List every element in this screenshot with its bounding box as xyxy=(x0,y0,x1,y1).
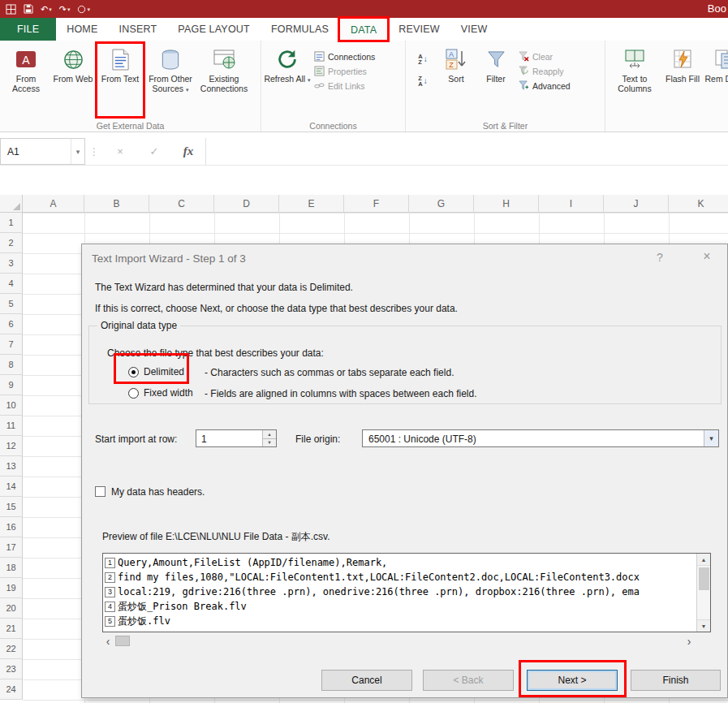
row-header[interactable]: 17 xyxy=(0,537,23,558)
tab-home[interactable]: HOME xyxy=(56,18,108,41)
from-other-sources-button[interactable]: From Other Sources ▾ xyxy=(144,43,197,117)
insert-function-icon[interactable]: fx xyxy=(171,138,205,165)
row-header[interactable]: 10 xyxy=(0,395,23,416)
column-header[interactable]: H xyxy=(474,195,539,213)
column-header[interactable]: D xyxy=(214,195,279,213)
connections-button[interactable]: Connections xyxy=(314,51,375,62)
file-origin-select[interactable]: 65001 : Unicode (UTF-8) ▾ xyxy=(362,429,719,447)
spinner-up-icon[interactable]: ▲ xyxy=(263,430,276,439)
start-row-spinner[interactable]: 1 ▲ ▼ xyxy=(196,429,277,447)
tab-formulas[interactable]: FORMULAS xyxy=(261,18,339,41)
dialog-help-icon[interactable]: ? xyxy=(650,251,670,264)
enter-entry-icon[interactable]: ✓ xyxy=(137,138,171,165)
row-header[interactable]: 6 xyxy=(0,314,23,334)
preview-horizontal-scrollbar[interactable]: ‹ › xyxy=(102,634,695,648)
row-header[interactable]: 1 xyxy=(0,213,23,233)
column-header[interactable]: E xyxy=(279,195,344,213)
horizontal-scroll-thumb[interactable] xyxy=(115,636,130,646)
row-header[interactable]: 19 xyxy=(0,578,23,598)
sort-button[interactable]: AZ Sort xyxy=(436,43,476,117)
row-header[interactable]: 11 xyxy=(0,416,23,436)
spinner-down-icon[interactable]: ▼ xyxy=(263,439,276,447)
formula-bar-splitter[interactable]: ⋮ xyxy=(85,138,103,165)
finish-button[interactable]: Finish xyxy=(631,670,721,691)
tab-data[interactable]: DATA xyxy=(339,18,388,41)
column-header[interactable]: G xyxy=(409,195,474,213)
column-header[interactable]: A xyxy=(23,195,84,213)
sort-descending-button[interactable]: ZA ↓ xyxy=(411,71,434,90)
column-header[interactable]: I xyxy=(539,195,604,213)
from-text-button[interactable]: From Text xyxy=(97,43,144,117)
select-all-corner[interactable] xyxy=(0,195,23,213)
next-button[interactable]: Next > xyxy=(527,670,618,691)
tab-page-layout[interactable]: PAGE LAYOUT xyxy=(167,18,261,41)
row-header[interactable]: 5 xyxy=(0,294,23,314)
column-header[interactable]: B xyxy=(84,195,149,213)
row-header[interactable]: 21 xyxy=(0,619,23,639)
text-to-columns-button[interactable]: Text to Columns xyxy=(608,43,661,117)
properties-button[interactable]: Properties xyxy=(314,66,375,76)
sort-ascending-button[interactable]: AZ ↓ xyxy=(411,50,434,68)
excel-logo-icon[interactable] xyxy=(6,4,16,15)
filter-button[interactable]: Filter xyxy=(476,43,515,117)
advanced-filter-button[interactable]: Advanced xyxy=(519,80,571,91)
redo-icon[interactable]: ↷▾ xyxy=(59,5,71,14)
row-header[interactable]: 15 xyxy=(0,497,23,517)
tab-review[interactable]: REVIEW xyxy=(388,18,450,41)
remove-duplicates-button[interactable]: Rem Dupli xyxy=(704,43,728,117)
name-box[interactable]: A1 ▾ xyxy=(0,138,85,165)
row-header[interactable]: 24 xyxy=(0,679,23,700)
row-header[interactable]: 23 xyxy=(0,659,23,679)
clear-filter-button[interactable]: Clear xyxy=(519,51,571,62)
scroll-left-icon[interactable]: ‹ xyxy=(102,636,114,647)
radio-selected-icon[interactable] xyxy=(128,367,139,377)
column-header[interactable]: F xyxy=(344,195,409,213)
back-button[interactable]: < Back xyxy=(423,670,514,691)
tab-view[interactable]: VIEW xyxy=(450,18,498,41)
column-header[interactable]: C xyxy=(149,195,214,213)
row-header[interactable]: 8 xyxy=(0,355,23,375)
row-header[interactable]: 7 xyxy=(0,334,23,355)
cancel-button[interactable]: Cancel xyxy=(321,670,412,691)
row-header[interactable]: 2 xyxy=(0,233,23,253)
fixed-width-radio[interactable]: Fixed width xyxy=(128,387,193,399)
row-header[interactable]: 22 xyxy=(0,639,23,659)
preview-vertical-scrollbar[interactable]: ▲ ▼ xyxy=(696,554,710,632)
flash-fill-button[interactable]: Flash Fill xyxy=(661,43,704,117)
row-header[interactable]: 4 xyxy=(0,274,23,294)
existing-connections-button[interactable]: Existing Connections xyxy=(197,43,251,117)
row-header[interactable]: 9 xyxy=(0,375,23,395)
row-header[interactable]: 16 xyxy=(0,517,23,537)
row-header[interactable]: 12 xyxy=(0,436,23,456)
redo-dropdown-icon[interactable]: ▾ xyxy=(67,6,71,12)
reapply-filter-button[interactable]: Reapply xyxy=(519,66,571,76)
row-header[interactable]: 13 xyxy=(0,456,23,477)
tab-file[interactable]: FILE xyxy=(0,18,56,41)
undo-icon[interactable]: ↶▾ xyxy=(41,5,52,14)
name-box-dropdown-icon[interactable]: ▾ xyxy=(71,139,84,164)
row-header[interactable]: 14 xyxy=(0,477,23,497)
undo-dropdown-icon[interactable]: ▾ xyxy=(49,6,52,12)
scroll-up-icon[interactable]: ▲ xyxy=(697,554,710,566)
radio-unselected-icon[interactable] xyxy=(128,388,139,399)
cancel-entry-icon[interactable]: × xyxy=(103,138,137,165)
combo-dropdown-icon[interactable]: ▾ xyxy=(704,430,718,446)
delimited-radio[interactable]: Delimited xyxy=(128,366,184,377)
headers-checkbox[interactable] xyxy=(95,486,106,497)
save-icon[interactable] xyxy=(24,4,33,14)
column-header[interactable]: K xyxy=(669,195,728,213)
row-header[interactable]: 20 xyxy=(0,598,23,619)
scroll-right-icon[interactable]: › xyxy=(683,636,695,647)
formula-input[interactable] xyxy=(205,138,728,165)
from-web-button[interactable]: From Web xyxy=(50,43,97,117)
from-access-button[interactable]: A From Access xyxy=(2,43,50,117)
refresh-all-button[interactable]: Refresh All ▾ xyxy=(264,43,311,117)
row-header[interactable]: 18 xyxy=(0,558,23,578)
vertical-scroll-thumb[interactable] xyxy=(699,567,709,590)
tab-insert[interactable]: INSERT xyxy=(109,18,168,41)
row-header[interactable]: 3 xyxy=(0,253,23,274)
scroll-down-icon[interactable]: ▼ xyxy=(697,619,710,632)
column-header[interactable]: J xyxy=(604,195,669,213)
dialog-close-icon[interactable]: × xyxy=(694,249,720,264)
touch-mode-icon[interactable]: ▾ xyxy=(77,5,90,14)
